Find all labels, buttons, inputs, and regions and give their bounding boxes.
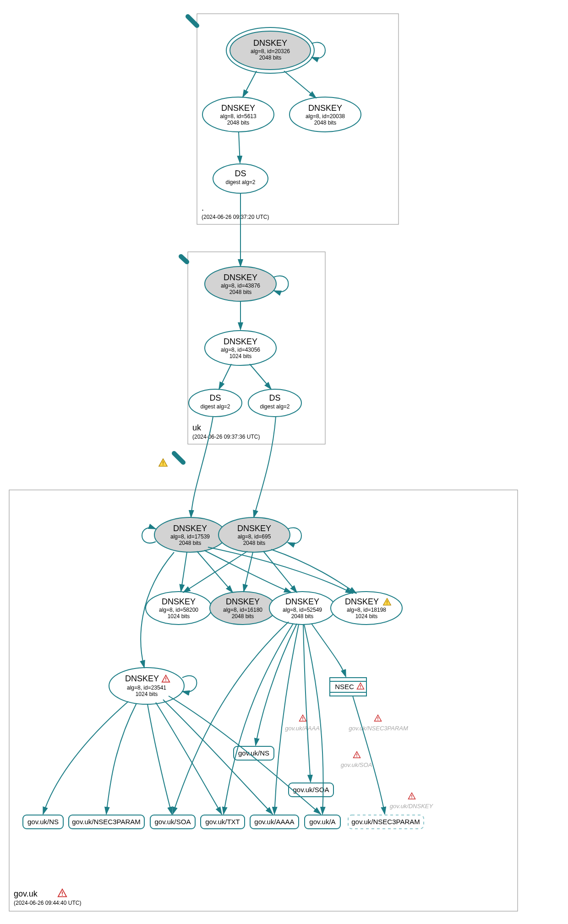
svg-text:DNSKEY: DNSKEY [253, 38, 287, 48]
ghost-n3p: gov.uk/NSEC3PARAM [349, 715, 408, 732]
svg-text:gov.uk/AAAA: gov.uk/AAAA [254, 818, 294, 826]
svg-text:digest alg=2: digest alg=2 [260, 403, 289, 410]
link-ksk2-16180 [244, 552, 253, 592]
link-52549-soa1 [173, 622, 289, 814]
svg-text:gov.uk/NSEC3PARAM: gov.uk/NSEC3PARAM [351, 818, 420, 826]
svg-text:digest alg=2: digest alg=2 [200, 403, 230, 410]
svg-text:2048 bits: 2048 bits [259, 54, 282, 61]
root-ksk-node[interactable]: DNSKEY alg=8, id=20326 2048 bits [226, 27, 314, 73]
zone-gov-ts: (2024-06-26 09:44:40 UTC) [14, 900, 81, 906]
warning-icon [159, 459, 167, 467]
svg-text:alg=8, id=18198: alg=8, id=18198 [347, 607, 386, 613]
rr-soa2[interactable]: gov.uk/SOA [289, 783, 333, 797]
link-ksk2-58200 [183, 551, 247, 592]
zone-root-ts: (2024-06-26 09:37:20 UTC) [202, 214, 269, 220]
gov-58200-node[interactable]: DNSKEY alg=8, id=58200 1024 bits [146, 592, 212, 625]
svg-text:alg=8, id=16180: alg=8, id=16180 [223, 607, 262, 613]
link-self-root-ksk [311, 43, 325, 59]
svg-text:gov.uk/SOA: gov.uk/SOA [341, 761, 372, 768]
svg-text:alg=8, id=20326: alg=8, id=20326 [251, 48, 290, 54]
svg-text:DNSKEY: DNSKEY [226, 597, 260, 606]
svg-text:DNSKEY: DNSKEY [237, 524, 271, 533]
link-ukzsk-ds1 [219, 364, 231, 389]
svg-text:2048 bits: 2048 bits [291, 613, 314, 620]
link-23541-soa1 [147, 704, 172, 814]
ghost-dnskey: gov.uk/DNSKEY [390, 793, 434, 810]
svg-text:alg=8, id=52549: alg=8, id=52549 [283, 607, 322, 613]
uk-ds2-node[interactable]: DS digest alg=2 [248, 389, 301, 417]
link-ksk1-58200 [181, 552, 187, 592]
rr-aaaa1[interactable]: gov.uk/AAAA [250, 815, 299, 829]
rr-n3p1[interactable]: gov.uk/NSEC3PARAM [69, 815, 144, 829]
svg-point-17 [213, 164, 268, 193]
link-zsk1-ds [239, 132, 240, 163]
svg-text:gov.uk/NSEC3PARAM: gov.uk/NSEC3PARAM [349, 725, 408, 732]
rr-ns2[interactable]: gov.uk/NS [234, 746, 274, 760]
uk-ds1-node[interactable]: DS digest alg=2 [189, 389, 242, 417]
gov-52549-node[interactable]: DNSKEY alg=8, id=52549 2048 bits [269, 592, 335, 625]
svg-text:gov.uk/SOA: gov.uk/SOA [155, 818, 191, 826]
trust-anchor-link [188, 16, 197, 26]
svg-text:1024 bits: 1024 bits [355, 613, 378, 620]
uk-ksk-node[interactable]: DNSKEY alg=8, id=43876 2048 bits [205, 266, 276, 301]
svg-text:gov.uk/NS: gov.uk/NS [238, 749, 269, 757]
link-ukds2-govksk2 [254, 417, 276, 517]
svg-text:2048 bits: 2048 bits [314, 120, 337, 126]
root-zsk1-node[interactable]: DNSKEY alg=8, id=5613 2048 bits [202, 97, 274, 132]
svg-text:alg=8, id=5613: alg=8, id=5613 [220, 113, 257, 120]
zone-uk-name: uk [192, 423, 202, 432]
link-self-govksk1 [142, 528, 156, 543]
zone-uk-ts: (2024-06-26 09:37:36 UTC) [192, 434, 260, 440]
gov-18198-node[interactable]: DNSKEY alg=8, id=18198 1024 bits [331, 592, 402, 625]
svg-text:1024 bits: 1024 bits [229, 353, 252, 359]
svg-text:digest alg=2: digest alg=2 [225, 179, 255, 185]
svg-text:DNSKEY: DNSKEY [224, 273, 257, 282]
svg-text:alg=8, id=695: alg=8, id=695 [238, 533, 271, 540]
svg-text:DNSKEY: DNSKEY [162, 597, 196, 606]
zone-gov-name: gov.uk [14, 889, 38, 898]
svg-text:DS: DS [269, 393, 280, 402]
svg-text:alg=8, id=58200: alg=8, id=58200 [159, 607, 198, 613]
svg-text:gov.uk/DNSKEY: gov.uk/DNSKEY [390, 803, 434, 810]
link-root-to-uk-thick [181, 256, 187, 262]
svg-text:DNSKEY: DNSKEY [285, 597, 319, 606]
link-23541-n3p1 [106, 703, 137, 814]
svg-text:alg=8, id=43876: alg=8, id=43876 [221, 283, 260, 289]
svg-text:DNSKEY: DNSKEY [173, 524, 207, 533]
svg-text:2048 bits: 2048 bits [179, 540, 202, 546]
link-self-23541 [182, 676, 197, 692]
svg-text:1024 bits: 1024 bits [136, 691, 158, 697]
rr-txt[interactable]: gov.uk/TXT [201, 815, 245, 829]
svg-text:2048 bits: 2048 bits [227, 120, 250, 126]
svg-text:alg=8, id=17539: alg=8, id=17539 [170, 533, 210, 540]
link-23541-txt [156, 702, 222, 814]
svg-text:2048 bits: 2048 bits [243, 540, 266, 546]
gov-nsec-node[interactable]: NSEC [330, 678, 366, 696]
svg-text:gov.uk/AAAA: gov.uk/AAAA [285, 725, 320, 732]
ghost-aaaa: gov.uk/AAAA [285, 715, 320, 732]
rr-soa1[interactable]: gov.uk/SOA [150, 815, 195, 829]
rr-a[interactable]: gov.uk/A [305, 815, 340, 829]
svg-text:gov.uk/SOA: gov.uk/SOA [293, 786, 329, 794]
link-rootksk-zsk1 [243, 71, 257, 97]
zone-gov-box [9, 490, 518, 911]
svg-text:gov.uk/A: gov.uk/A [309, 818, 335, 826]
uk-zsk-node[interactable]: DNSKEY alg=8, id=43056 1024 bits [205, 331, 276, 365]
zone-root-name: . [202, 203, 204, 212]
rr-ns1[interactable]: gov.uk/NS [23, 815, 63, 829]
svg-text:DS: DS [235, 169, 246, 178]
rr-n3p2[interactable]: gov.uk/NSEC3PARAM [348, 815, 424, 829]
gov-16180-node[interactable]: DNSKEY alg=8, id=16180 2048 bits [210, 592, 276, 625]
svg-text:gov.uk/NS: gov.uk/NS [27, 818, 59, 826]
gov-ksk2-node[interactable]: DNSKEY alg=8, id=695 2048 bits [218, 517, 290, 552]
gov-ksk1-node[interactable]: DNSKEY alg=8, id=17539 2048 bits [154, 517, 226, 552]
root-zsk2-node[interactable]: DNSKEY alg=8, id=20038 2048 bits [289, 97, 361, 132]
svg-text:alg=8, id=43056: alg=8, id=43056 [221, 347, 260, 353]
error-icon [58, 889, 66, 897]
svg-text:DNSKEY: DNSKEY [221, 103, 255, 113]
root-ds-node[interactable]: DS digest alg=2 [213, 164, 268, 193]
svg-text:DNSKEY: DNSKEY [308, 103, 342, 113]
svg-text:2048 bits: 2048 bits [229, 289, 252, 295]
svg-text:DNSKEY: DNSKEY [125, 674, 159, 683]
dnssec-graph: . (2024-06-26 09:37:20 UTC) DNSKEY alg=8… [0, 0, 568, 924]
